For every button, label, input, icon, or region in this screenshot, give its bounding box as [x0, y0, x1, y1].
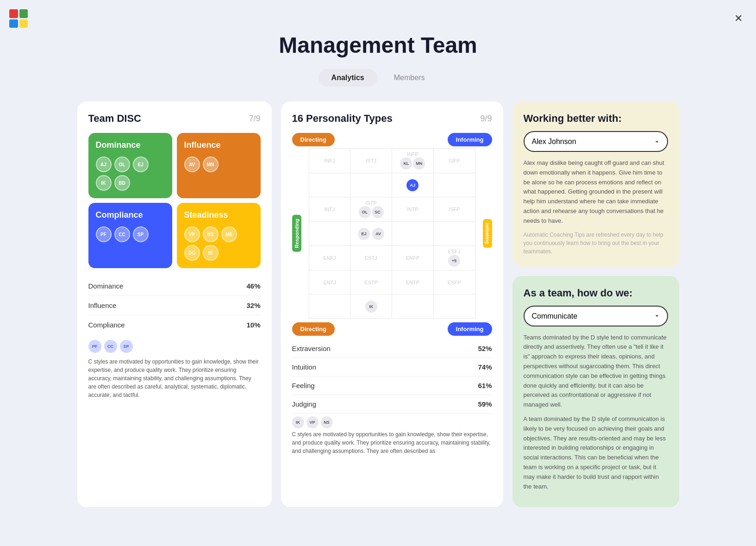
right-panel: Working better with: Alex Johnson OL EJ … — [512, 101, 679, 507]
avatar-EJ: EJ — [133, 157, 149, 172]
p-stat-pct-1: 74% — [478, 363, 492, 371]
cell-r4c2: EJ AV — [350, 222, 392, 246]
cell-r4c3 — [392, 222, 434, 246]
stat-compliance-pct: 10% — [246, 321, 260, 329]
personality-stats: Extraversion 52% Intuition 74% Feeling 6… — [292, 339, 492, 414]
initiating-label-right: Initiating — [483, 219, 492, 248]
disc-card: Team DISC 7/9 Dominance AJ OL EJ IK BD I… — [77, 101, 272, 507]
dot-plus5: +5 — [448, 255, 460, 267]
working-better-title: Working better with: — [524, 113, 668, 125]
tab-members[interactable]: Members — [381, 69, 438, 87]
personality-desc: C styles are motivated by opportunities … — [292, 430, 492, 455]
axis-directing-bottom: Directing — [292, 322, 335, 336]
compliance-description: C styles are motivated by opportunities … — [88, 358, 261, 399]
cell-ESTJ: ESTJ — [350, 246, 392, 270]
avatar-VP: VP — [184, 226, 200, 242]
avatar-AV: AV — [184, 157, 200, 172]
cell-ISFP-1: ISFP — [433, 149, 475, 173]
personality-detail-avatars: IK VP NS — [292, 416, 492, 428]
cell-INTP: INTP — [392, 197, 434, 222]
personality-card: 16 Personality Types 9/9 Directing Infor… — [281, 101, 503, 507]
personality-table: INFJ ISTJ INFP KLMN ISFP AJ — [309, 148, 475, 319]
personality-count: 9/9 — [480, 114, 492, 124]
tab-bar: Analytics Members — [9, 69, 747, 87]
cell-r2c2 — [350, 173, 392, 197]
compliance-label: Compliance — [96, 210, 165, 220]
app-logo — [9, 9, 28, 28]
stat-compliance: Compliance 10% — [88, 315, 261, 334]
avatar-CC: CC — [114, 226, 130, 242]
steadiness-label: Steadiness — [184, 210, 253, 220]
cell-ESFJ: ESFJ +5 — [433, 246, 475, 270]
logo-red — [9, 9, 18, 18]
stat-dominance: Dominance 46% — [88, 276, 261, 296]
p-av-NS: NS — [321, 416, 333, 428]
avatar-SP: SP — [133, 226, 149, 242]
as-team-desc1: Teams dominated by the D style tend to c… — [524, 333, 668, 410]
avatar-NS: NS — [203, 226, 219, 242]
stat-dominance-label: Dominance — [88, 282, 124, 290]
cell-r4c1 — [309, 222, 350, 246]
dot-KL: KL — [400, 157, 412, 169]
p-stat-pct-0: 52% — [478, 345, 492, 352]
cell-r7c1 — [309, 295, 350, 319]
working-better-desc: Alex may dislike being caught off guard … — [524, 158, 668, 226]
axis-informing-top: Informing — [448, 133, 492, 146]
avatar-OL: OL — [114, 157, 130, 172]
disc-steadiness: Steadiness VP NS MB DG IS — [177, 203, 261, 268]
person-select[interactable]: Alex Johnson OL EJ IK BD AV MN — [524, 131, 668, 152]
cell-ENFP: ENFP — [392, 246, 434, 270]
tab-analytics[interactable]: Analytics — [319, 69, 377, 87]
logo-blue — [9, 19, 18, 28]
disc-dominance: Dominance AJ OL EJ IK BD — [88, 133, 172, 198]
avatar-IK: IK — [96, 175, 112, 191]
axis-directing-top: Directing — [292, 133, 335, 146]
cell-ENFJ: ENFJ — [309, 246, 350, 270]
cell-ISTJ: ISTJ — [350, 149, 392, 173]
cell-r7c3 — [392, 295, 434, 319]
cell-r2c1 — [309, 173, 350, 197]
compliance-detail-avatars: PF CC SP — [88, 340, 261, 353]
dominance-avatars: AJ OL EJ IK BD — [96, 157, 165, 191]
dominance-label: Dominance — [96, 140, 165, 150]
cell-ENTJ: ENTJ — [309, 270, 350, 295]
cell-ENTP: ENTP — [392, 270, 434, 295]
cell-ISTP: ISTP OLSC — [350, 197, 392, 222]
avatar-BD: BD — [114, 175, 130, 191]
dot-SC: SC — [372, 206, 384, 218]
avatar-AJ: AJ — [96, 157, 112, 172]
topic-select[interactable]: Communicate Collaborate Set Goals Give F… — [524, 306, 668, 326]
p-stat-pct-3: 59% — [478, 400, 492, 408]
dot-AJ: AJ — [406, 179, 419, 191]
personality-grid-container: Responding Initiating INFJ ISTJ INFP KLM… — [292, 148, 492, 319]
dot-IK: IK — [365, 301, 377, 313]
stat-dominance-pct: 46% — [246, 282, 260, 290]
compliance-av-SP: SP — [120, 340, 133, 353]
p-stat-judging: Judging 59% — [292, 395, 492, 414]
avatar-IS: IS — [203, 245, 219, 261]
cell-r7c4 — [433, 295, 475, 319]
p-av-VP: VP — [306, 416, 319, 428]
close-button[interactable]: ✕ — [730, 10, 747, 27]
cell-ISFP-2: ISFP — [433, 197, 475, 222]
personality-title: 16 Personality Types — [292, 113, 393, 125]
stat-compliance-label: Compliance — [88, 321, 125, 329]
avatar-MB: MB — [221, 226, 237, 242]
avatar-DG: DG — [184, 245, 200, 261]
dot-OL: OL — [359, 206, 371, 218]
axis-informing-bottom: Informing — [448, 322, 492, 336]
p-stat-label-2: Feeling — [292, 382, 315, 389]
cell-ESFP: ESFP — [433, 270, 475, 295]
stat-influence-label: Influence — [88, 301, 117, 309]
as-team-card: As a team, how do we: Communicate Collab… — [512, 276, 679, 508]
steadiness-avatars: VP NS MB DG IS — [184, 226, 253, 261]
logo-green — [19, 9, 28, 18]
stat-influence: Influence 32% — [88, 296, 261, 315]
stat-influence-pct: 32% — [246, 301, 260, 309]
disc-title: Team DISC — [88, 113, 142, 125]
disc-quadrants: Dominance AJ OL EJ IK BD Influence AV MN… — [88, 133, 261, 268]
cell-ESTP: ESTP — [350, 270, 392, 295]
cell-INTJ: INTJ — [309, 197, 350, 222]
cell-r2c4 — [433, 173, 475, 197]
avatar-PF: PF — [96, 226, 112, 242]
